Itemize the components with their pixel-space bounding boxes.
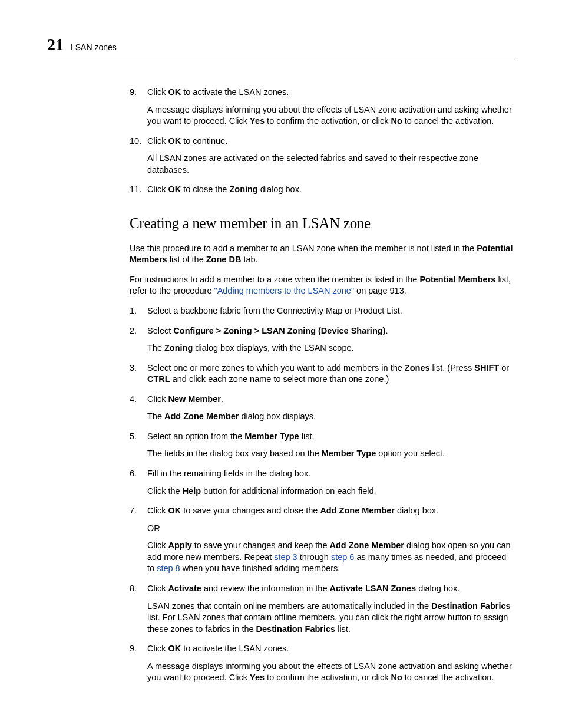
step-number: 3. [130,363,137,374]
continuing-steps: 9. Click OK to activate the LSAN zones. … [130,87,515,196]
step-number: 6. [130,468,137,480]
page: 21 LSAN zones 9. Click OK to activate th… [0,0,562,728]
step-number: 8. [130,583,137,595]
step-subtext: Click the Help button for additional inf… [147,486,515,498]
step-text: Select one or more zones to which you wa… [147,363,509,384]
step-number: 9. [130,87,137,98]
step-link[interactable]: step 3 [274,552,297,562]
step-subtext: A message displays informing you about t… [147,661,515,684]
step-text: Fill in the remaining fields in the dial… [147,469,310,478]
step-text: Select a backbone fabric from the Connec… [147,306,402,315]
step-9b: 9. Click OK to activate the LSAN zones. … [130,643,515,684]
step-11: 11. Click OK to close the Zoning dialog … [130,184,515,196]
intro-paragraph-1: Use this procedure to add a member to an… [130,243,515,266]
step-number: 1. [130,305,137,317]
step-text: Click OK to close the Zoning dialog box. [147,185,302,194]
step-text: Click OK to activate the LSAN zones. [147,87,289,97]
step-subtext: LSAN zones that contain online members a… [147,601,515,635]
step-number: 4. [130,394,137,406]
step-subtext: The Add Zone Member dialog box displays. [147,411,515,423]
step-7: 7. Click OK to save your changes and clo… [130,505,515,575]
step-3: 3. Select one or more zones to which you… [130,363,515,386]
step-subtext: The Zoning dialog box displays, with the… [147,342,515,354]
step-subtext: All LSAN zones are activated on the sele… [147,153,515,176]
step-or: OR [147,523,515,535]
page-header: 21 LSAN zones [47,35,515,57]
step-link[interactable]: step 8 [157,564,180,573]
step-number: 11. [130,184,141,196]
step-text: Click OK to continue. [147,136,227,146]
step-text: Select an option from the Member Type li… [147,431,314,441]
step-1: 1. Select a backbone fabric from the Con… [130,305,515,317]
step-text: Click New Member. [147,394,223,404]
step-9: 9. Click OK to activate the LSAN zones. … [130,87,515,127]
step-subtext: Click Apply to save your changes and kee… [147,540,515,575]
section-heading: Creating a new member in an LSAN zone [130,213,515,233]
step-number: 9. [130,643,137,655]
step-number: 2. [130,325,137,337]
step-text: Click OK to activate the LSAN zones. [147,644,289,653]
step-8: 8. Click Activate and review the informa… [130,583,515,635]
step-number: 10. [130,136,141,147]
intro-paragraph-2: For instructions to add a member to a zo… [130,274,515,297]
step-5: 5. Select an option from the Member Type… [130,431,515,460]
step-4: 4. Click New Member. The Add Zone Member… [130,394,515,423]
step-subtext: A message displays informing you about t… [147,104,515,127]
step-text: Click OK to save your changes and close … [147,506,438,515]
procedure-steps: 1. Select a backbone fabric from the Con… [130,305,515,684]
step-2: 2. Select Configure > Zoning > LSAN Zoni… [130,325,515,354]
content: 9. Click OK to activate the LSAN zones. … [130,87,515,684]
step-subtext: The fields in the dialog box vary based … [147,448,515,460]
step-link[interactable]: step 6 [331,552,355,562]
cross-ref-link[interactable]: "Adding members to the LSAN zone" [214,286,354,295]
header-title: LSAN zones [71,42,117,52]
step-number: 5. [130,431,137,443]
chapter-number: 21 [47,35,64,54]
step-10: 10. Click OK to continue. All LSAN zones… [130,136,515,176]
step-6: 6. Fill in the remaining fields in the d… [130,468,515,497]
step-text: Click Activate and review the informatio… [147,584,459,593]
step-number: 7. [130,505,137,517]
step-text: Select Configure > Zoning > LSAN Zoning … [147,326,388,335]
